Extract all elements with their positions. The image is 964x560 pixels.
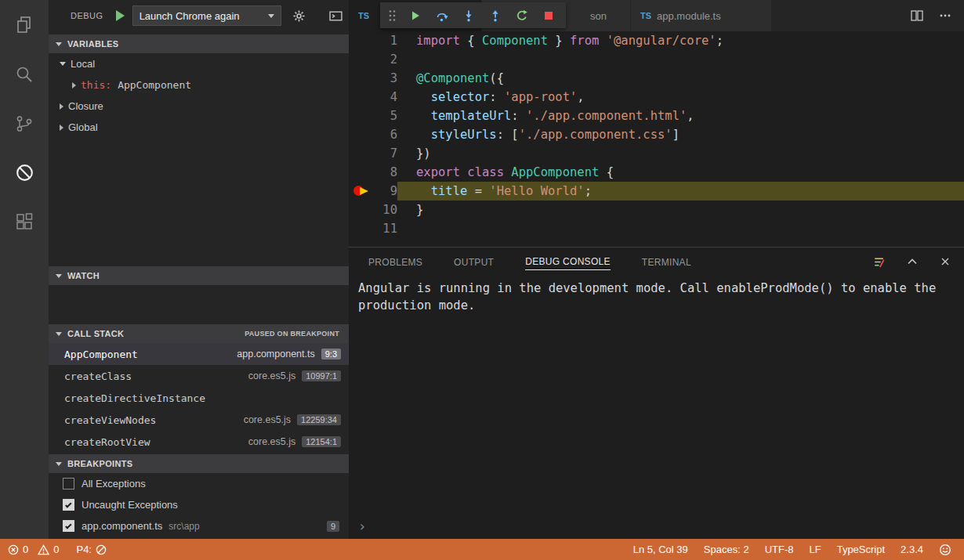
code-editor[interactable]: 1import { Component } from '@angular/cor… <box>349 31 964 247</box>
frame-file: core.es5.js <box>248 370 295 381</box>
code-line[interactable]: 2 <box>349 50 964 69</box>
tab-debug-console[interactable]: DEBUG CONSOLE <box>525 253 611 270</box>
call-stack-frame[interactable]: createRootViewcore.es5.js12154:1 <box>49 431 349 453</box>
code-line[interactable]: 3@Component({ <box>349 69 964 88</box>
step-into-button[interactable] <box>458 5 478 25</box>
configure-gear-icon[interactable] <box>292 9 306 23</box>
toolbar-drag-handle[interactable] <box>388 9 397 23</box>
debug-console-toggle-icon[interactable] <box>329 9 342 23</box>
check-icon <box>65 501 71 508</box>
indentation-value: Spaces: 2 <box>704 544 749 555</box>
watch-section-header[interactable]: WATCH <box>49 266 349 285</box>
call-stack-frame[interactable]: createViewNodescore.es5.js12259:34 <box>49 409 349 431</box>
tab-terminal[interactable]: TERMINAL <box>642 254 691 270</box>
code-line[interactable]: 9 title = 'Hello World'; <box>349 182 964 201</box>
breakpoint-item[interactable]: app.component.tssrc\app9 <box>49 515 349 537</box>
variables-section-header[interactable]: VARIABLES <box>49 34 349 53</box>
line-number: 9 <box>368 184 397 198</box>
call-stack-section-header[interactable]: CALL STACK PAUSED ON BREAKPOINT <box>49 324 349 343</box>
activity-item-explorer[interactable] <box>0 0 49 49</box>
breakpoint-margin[interactable] <box>349 163 368 182</box>
section-label: BREAKPOINTS <box>67 459 132 468</box>
language-mode[interactable]: TypeScript <box>832 544 890 555</box>
feedback-smiley[interactable] <box>934 544 956 556</box>
breakpoint-checkbox[interactable] <box>63 499 74 511</box>
breakpoint-margin[interactable] <box>349 88 368 107</box>
variables-scope-global[interactable]: Global <box>49 117 349 138</box>
frame-name: createViewNodes <box>64 414 156 426</box>
stop-button[interactable] <box>538 5 558 25</box>
launch-config-dropdown[interactable]: Launch Chrome again <box>132 5 281 26</box>
variable-this[interactable]: this: AppComponent <box>49 74 349 96</box>
breakpoint-margin[interactable] <box>349 50 368 69</box>
twisty-collapsed-icon <box>60 103 63 110</box>
cursor-position[interactable]: Ln 5, Col 39 <box>629 544 693 555</box>
debug-sidebar-header: DEBUG Launch Chrome again <box>49 0 349 31</box>
breakpoint-item[interactable]: All Exceptions <box>49 473 349 494</box>
breakpoint-margin[interactable] <box>349 125 368 144</box>
variables-scope-closure[interactable]: Closure <box>49 96 349 117</box>
twisty-expanded-icon <box>60 62 66 66</box>
activity-item-extensions[interactable] <box>0 197 49 247</box>
debug-start-button[interactable] <box>116 10 125 21</box>
indentation[interactable]: Spaces: 2 <box>699 544 754 555</box>
launch-config-label: Launch Chrome again <box>140 10 240 22</box>
breakpoint-margin[interactable] <box>349 182 368 201</box>
breakpoint-margin[interactable] <box>349 201 368 219</box>
twisty-expanded-icon <box>56 462 62 466</box>
code-line[interactable]: 1import { Component } from '@angular/cor… <box>349 31 964 50</box>
encoding[interactable]: UTF-8 <box>760 544 799 555</box>
activity-item-search[interactable] <box>0 49 49 99</box>
code-text <box>397 50 964 69</box>
split-editor-icon[interactable] <box>911 9 923 22</box>
call-stack-frame[interactable]: createClasscore.es5.js10997:1 <box>49 365 349 387</box>
scm-label: P4: <box>76 544 92 555</box>
activity-item-debug[interactable] <box>0 148 49 197</box>
code-line[interactable]: 10} <box>349 201 964 219</box>
breakpoint-margin[interactable] <box>349 69 368 88</box>
code-line[interactable]: 7}) <box>349 144 964 163</box>
breakpoints-section-header[interactable]: BREAKPOINTS <box>49 454 349 473</box>
breakpoint-checkbox[interactable] <box>63 520 74 532</box>
line-number: 3 <box>368 71 397 85</box>
warning-count[interactable]: 0 <box>34 544 62 555</box>
close-panel-icon[interactable] <box>939 255 951 268</box>
code-line[interactable]: 11 <box>349 219 964 238</box>
variables-scope-local[interactable]: Local <box>49 53 349 74</box>
breakpoint-item[interactable]: Uncaught Exceptions <box>49 494 349 515</box>
error-count[interactable]: 0 <box>5 544 31 555</box>
code-line[interactable]: 5 templateUrl: './app.component.html', <box>349 107 964 125</box>
more-actions-icon[interactable] <box>939 9 951 22</box>
activity-item-source-control[interactable] <box>0 99 49 148</box>
code-line[interactable]: 6 styleUrls: ['./app.component.css'] <box>349 125 964 144</box>
step-over-button[interactable] <box>432 5 451 25</box>
continue-button[interactable] <box>405 5 425 25</box>
maximize-panel-icon[interactable] <box>906 255 919 268</box>
breakpoint-margin[interactable] <box>349 107 368 125</box>
code-line[interactable]: 4 selector: 'app-root', <box>349 88 964 107</box>
section-label: WATCH <box>67 271 100 280</box>
tab-problems[interactable]: PROBLEMS <box>368 254 422 270</box>
step-out-button[interactable] <box>485 5 505 25</box>
breakpoint-margin[interactable] <box>349 31 368 50</box>
eol-sequence[interactable]: LF <box>804 544 825 555</box>
breakpoint-margin[interactable] <box>349 144 368 163</box>
scm-status[interactable]: P4: <box>73 544 110 555</box>
debug-toolbar <box>380 2 566 28</box>
restart-button[interactable] <box>512 5 531 25</box>
extensions-icon <box>14 212 34 233</box>
line-number: 10 <box>368 203 397 217</box>
typescript-version[interactable]: 2.3.4 <box>896 544 928 555</box>
tab-output[interactable]: OUTPUT <box>454 254 494 270</box>
code-line[interactable]: 8export class AppComponent { <box>349 163 964 182</box>
clear-console-icon[interactable] <box>872 255 886 269</box>
tab-app-module-ts[interactable]: TS app.module.ts <box>631 0 772 31</box>
call-stack-frame[interactable]: createDirectiveInstance <box>49 387 349 409</box>
console-input-prompt[interactable]: › <box>358 518 366 534</box>
breakpoint-label: app.component.ts <box>82 520 162 532</box>
call-stack-frame[interactable]: AppComponentapp.component.ts9:3 <box>49 343 349 365</box>
restart-icon <box>516 9 528 22</box>
check-icon <box>65 522 71 529</box>
breakpoint-checkbox[interactable] <box>63 478 74 490</box>
breakpoint-margin[interactable] <box>349 219 368 238</box>
